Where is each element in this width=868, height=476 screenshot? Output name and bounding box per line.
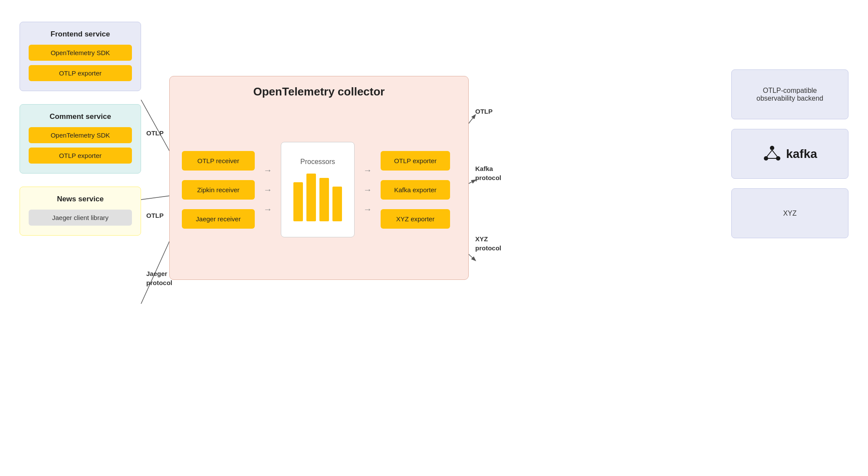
svg-line-1 (141, 195, 174, 200)
collector-box: OpenTelemetry collector OTLP receiver Zi… (169, 76, 469, 280)
diagram-container: Frontend service OpenTelemetry SDK OTLP … (0, 0, 868, 476)
svg-line-2 (141, 232, 174, 304)
otlp-exporter-chip: OTLP exporter (381, 151, 450, 171)
kafka-exporter-chip: Kafka exporter (381, 180, 450, 200)
proc-bar-2 (306, 174, 316, 221)
recv-to-proc-arrows: → → → (263, 162, 272, 218)
svg-line-16 (772, 150, 777, 157)
kafka-protocol-label: Kafkaprotocol (475, 164, 501, 182)
kafka-text-label: kafka (786, 147, 817, 161)
news-jaeger-chip: Jaeger client library (29, 210, 132, 226)
xyz-label: XYZ (783, 210, 796, 217)
otlp-backend-label: OTLP-compatibleobservability backend (756, 87, 823, 102)
frontend-service-box: Frontend service OpenTelemetry SDK OTLP … (20, 22, 141, 91)
jaeger-protocol-label: Jaegerprotocol (146, 269, 172, 287)
otlp-label-bottom: OTLP (146, 212, 164, 219)
left-services-column: Frontend service OpenTelemetry SDK OTLP … (20, 22, 141, 236)
kafka-icon (763, 144, 782, 164)
exporters-column: OTLP exporter Kafka exporter XYZ exporte… (381, 151, 450, 229)
svg-point-12 (770, 146, 774, 150)
otlp-receiver-chip: OTLP receiver (182, 151, 255, 171)
xyz-exporter-chip: XYZ exporter (381, 209, 450, 229)
kafka-logo: kafka (763, 144, 817, 164)
proc-to-exp-arrows: → → → (363, 162, 372, 218)
proc-bar-3 (319, 178, 329, 221)
comment-otlp-exporter-chip: OTLP exporter (29, 148, 132, 164)
frontend-otlp-exporter-chip: OTLP exporter (29, 65, 132, 81)
collector-title: OpenTelemetry collector (182, 85, 456, 98)
news-service-title: News service (29, 195, 132, 204)
zipkin-receiver-chip: Zipkin receiver (182, 180, 255, 200)
processors-box: Processors (281, 142, 355, 237)
frontend-otel-sdk-chip: OpenTelemetry SDK (29, 45, 132, 61)
otlp-label-top: OTLP (146, 129, 164, 137)
proc-bar-4 (332, 187, 342, 221)
right-destinations-column: OTLP-compatibleobservability backend kaf… (731, 69, 848, 238)
collector-inner: OTLP receiver Zipkin receiver Jaeger rec… (182, 112, 456, 268)
processor-bars (293, 174, 342, 221)
kafka-box: kafka (731, 129, 848, 179)
xyz-box: XYZ (731, 188, 848, 238)
comment-service-title: Comment service (29, 112, 132, 121)
news-service-box: News service Jaeger client library (20, 187, 141, 236)
receivers-column: OTLP receiver Zipkin receiver Jaeger rec… (182, 151, 255, 229)
comment-service-box: Comment service OpenTelemetry SDK OTLP e… (20, 104, 141, 174)
processors-label: Processors (300, 158, 335, 166)
frontend-service-title: Frontend service (29, 30, 132, 39)
otlp-backend-box: OTLP-compatibleobservability backend (731, 69, 848, 119)
jaeger-receiver-chip: Jaeger receiver (182, 209, 255, 229)
svg-line-15 (767, 150, 772, 157)
proc-bar-1 (293, 182, 303, 221)
comment-otel-sdk-chip: OpenTelemetry SDK (29, 127, 132, 143)
xyz-protocol-label: XYZprotocol (475, 234, 501, 253)
otlp-right-label: OTLP (475, 108, 493, 115)
